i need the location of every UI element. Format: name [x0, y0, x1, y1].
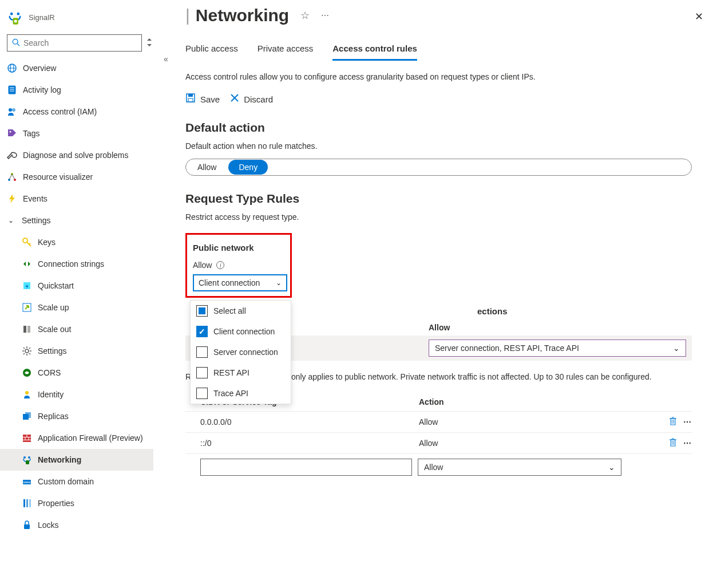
- svg-point-39: [28, 456, 30, 459]
- svg-line-23: [29, 243, 30, 244]
- pe-allow-select[interactable]: Server connection, REST API, Trace API ⌄: [429, 340, 686, 357]
- nav-label: Overview: [23, 64, 56, 73]
- tabs: Public accessPrivate accessAccess contro…: [185, 44, 692, 61]
- nav-item-domain[interactable]: wwwCustom domain: [0, 471, 153, 492]
- info-icon[interactable]: i: [216, 261, 224, 269]
- request-rules-sub: Restrict access by request type.: [185, 212, 692, 222]
- nav-item-tag[interactable]: Tags: [0, 123, 153, 144]
- ip-rule-row: ::/0Allow⋯: [185, 433, 692, 454]
- bolt-icon: [7, 194, 17, 204]
- nav-item-cors[interactable]: CORS: [0, 362, 153, 384]
- page-title: Networking: [196, 6, 289, 25]
- network-icon: [22, 455, 32, 465]
- nav-item-log[interactable]: Activity log: [0, 79, 153, 101]
- checkbox-icon[interactable]: [196, 388, 208, 399]
- title-pipe: |: [185, 6, 190, 25]
- allow-dropdown[interactable]: Client connection ⌄: [193, 274, 287, 291]
- sidebar: SignalR OverviewActivity logAccess contr…: [0, 0, 160, 588]
- svg-point-1: [17, 13, 20, 15]
- sidebar-search[interactable]: [7, 34, 142, 52]
- checkbox-icon[interactable]: [196, 326, 208, 337]
- public-network-heading: Public network: [193, 243, 284, 252]
- nav-item-scaleup[interactable]: Scale up: [0, 297, 153, 318]
- pe-select-value: Server connection, REST API, Trace API: [435, 344, 579, 353]
- default-action-toggle[interactable]: Allow Deny: [185, 159, 692, 176]
- nav-item-identity[interactable]: Identity: [0, 384, 153, 405]
- discard-button[interactable]: Discard: [230, 93, 273, 106]
- dropdown-option[interactable]: Trace API: [191, 383, 291, 404]
- toggle-allow[interactable]: Allow: [186, 159, 228, 175]
- checkbox-icon[interactable]: [196, 367, 208, 378]
- svg-rect-52: [671, 419, 675, 425]
- toggle-deny[interactable]: Deny: [228, 160, 268, 175]
- nav-item-bolt[interactable]: Events: [0, 188, 153, 210]
- tab-public-access[interactable]: Public access: [185, 44, 238, 61]
- close-icon[interactable]: ✕: [695, 10, 703, 23]
- nav-item-firewall[interactable]: Application Firewall (Preview): [0, 427, 153, 449]
- nav-item-conn[interactable]: Connection strings: [0, 253, 153, 275]
- action-select[interactable]: Allow ⌄: [418, 459, 621, 476]
- identity-icon: [22, 389, 32, 400]
- scaleup-icon: [22, 302, 32, 313]
- tab-access-control-rules[interactable]: Access control rules: [332, 44, 417, 61]
- svg-point-27: [25, 349, 29, 353]
- svg-rect-40: [26, 460, 29, 464]
- ip-rule-row: 0.0.0.0/0Allow⋯: [185, 412, 692, 433]
- svg-line-5: [17, 44, 19, 46]
- toolbar: Save Discard: [185, 93, 692, 106]
- checkbox-icon[interactable]: [196, 346, 208, 358]
- nav-list: OverviewActivity logAccess control (IAM)…: [0, 57, 160, 210]
- nav-item-lock[interactable]: Locks: [0, 514, 153, 536]
- svg-point-38: [23, 456, 26, 459]
- nav-settings-group: ⌄ Settings: [0, 210, 160, 231]
- delete-icon[interactable]: [668, 437, 678, 449]
- allow-dropdown-menu: Select allClient connectionServer connec…: [190, 300, 291, 404]
- row-more-icon[interactable]: ⋯: [683, 439, 692, 448]
- tab-private-access[interactable]: Private access: [258, 44, 314, 61]
- nav-settings-label: Settings: [22, 216, 51, 225]
- save-label: Save: [200, 94, 220, 104]
- nav-item-globe[interactable]: Overview: [0, 57, 153, 79]
- save-button[interactable]: Save: [185, 93, 220, 106]
- chevron-down-icon: ⌄: [276, 279, 282, 287]
- more-actions-icon[interactable]: ⋯: [321, 11, 330, 20]
- dropdown-option[interactable]: REST API: [191, 362, 291, 383]
- dropdown-option[interactable]: Client connection: [191, 321, 291, 342]
- nav-item-key[interactable]: Keys: [0, 231, 153, 253]
- sort-toggle-icon[interactable]: [145, 37, 153, 49]
- nav-label: Scale up: [38, 303, 69, 312]
- favorite-star-icon[interactable]: ☆: [300, 9, 310, 22]
- nav-item-visual[interactable]: Resource visualizer: [0, 166, 153, 188]
- svg-point-29: [25, 391, 29, 394]
- nav-label: Replicas: [38, 412, 69, 421]
- nav-label: Activity log: [23, 85, 61, 94]
- search-input[interactable]: [23, 38, 137, 48]
- col-action: Action: [419, 397, 444, 407]
- sidebar-header: SignalR: [0, 0, 160, 34]
- conn-icon: [22, 259, 32, 269]
- delete-icon[interactable]: [668, 416, 678, 428]
- nav-item-scaleout[interactable]: Scale out: [0, 318, 153, 340]
- dropdown-option[interactable]: Select all: [191, 301, 291, 321]
- nav-item-gear[interactable]: Settings: [0, 340, 153, 362]
- nav-item-iam[interactable]: Access control (IAM): [0, 101, 153, 123]
- search-icon: [12, 38, 20, 48]
- nav-item-wrench[interactable]: Diagnose and solve problems: [0, 144, 153, 166]
- nav-label: Scale out: [38, 325, 71, 334]
- nav-settings-header[interactable]: ⌄ Settings: [0, 210, 153, 231]
- nav-label: Identity: [38, 390, 64, 399]
- dropdown-option[interactable]: Server connection: [191, 342, 291, 362]
- nav-item-replicas[interactable]: Replicas: [0, 405, 153, 427]
- cidr-input[interactable]: [200, 459, 412, 476]
- nav-item-quick[interactable]: Quickstart: [0, 275, 153, 297]
- nav-label: Diagnose and solve problems: [23, 151, 128, 160]
- pe-allow-header: Allow: [429, 323, 450, 332]
- row-more-icon[interactable]: ⋯: [683, 417, 692, 427]
- nav-item-network[interactable]: Networking: [0, 449, 153, 471]
- action-cell: Allow: [419, 439, 668, 448]
- checkbox-icon[interactable]: [196, 305, 208, 317]
- nav-label: Events: [23, 194, 47, 203]
- nav-item-props[interactable]: Properties: [0, 492, 153, 514]
- nav-label: Networking: [38, 455, 81, 464]
- svg-rect-57: [671, 440, 675, 446]
